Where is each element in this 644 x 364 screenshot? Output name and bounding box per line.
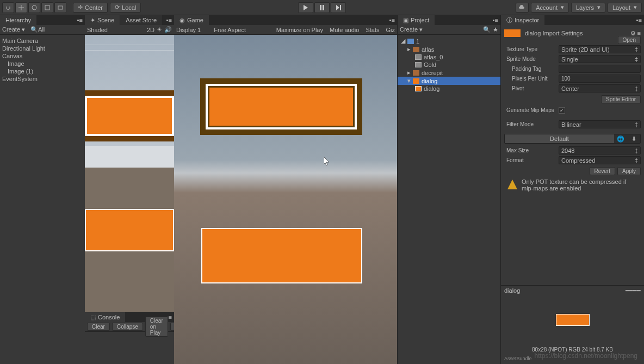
scene-sprite-preview	[85, 209, 174, 251]
maximize-on-play-toggle[interactable]: Maximize on Play	[276, 27, 323, 33]
hierarchy-item[interactable]: Image (1)	[0, 67, 85, 75]
project-item-selected[interactable]: ▾dialog	[398, 77, 500, 85]
rotate-tool[interactable]	[28, 2, 40, 13]
sprite-editor-button[interactable]: Sprite Editor	[601, 95, 641, 103]
playback-controls	[298, 2, 346, 13]
play-button[interactable]	[298, 2, 313, 13]
shading-mode-dropdown[interactable]: Shaded	[87, 27, 108, 33]
project-create-dropdown[interactable]: Create ▾	[400, 26, 423, 33]
project-panel: ▣Project▪≡ Create ▾ 🔍 ★ ◢1 ▸atlas atlas_…	[397, 15, 500, 364]
scene-panel: ✦Scene Asset Store ▪≡ Shaded 2D ☀ 🔊	[85, 15, 174, 364]
hierarchy-item[interactable]: EventSystem	[0, 75, 85, 83]
layout-dropdown[interactable]: Layout▾	[608, 3, 642, 13]
hierarchy-item[interactable]: Canvas	[0, 52, 85, 60]
ppu-input[interactable]: 100	[559, 75, 641, 83]
prop-label: Format	[504, 157, 559, 163]
scene-2d-toggle[interactable]: 2D	[147, 27, 154, 33]
platform-web-tab[interactable]: 🌐	[614, 134, 627, 143]
hierarchy-item[interactable]: Main Camera	[0, 37, 85, 45]
panel-menu-icon[interactable]: ▪≡	[636, 17, 642, 23]
project-tree: ◢1 ▸atlas atlas_0 Gold ▸decrepit ▾dialog…	[398, 35, 500, 95]
game-sprite-1	[200, 78, 362, 135]
preview-title: dialog	[504, 287, 520, 294]
console-clear-on-play-button[interactable]: Clear on Play	[145, 317, 168, 337]
filter-mode-dropdown[interactable]: Bilinear‡	[559, 120, 641, 128]
sprite-mode-dropdown[interactable]: Single‡	[559, 55, 641, 63]
format-dropdown[interactable]: Compressed‡	[559, 156, 641, 164]
project-root[interactable]: ◢1	[398, 37, 500, 45]
move-tool[interactable]	[15, 2, 27, 13]
project-item[interactable]: ▸decrepit	[398, 69, 500, 77]
hierarchy-panel: Hierarchy▪≡ Create ▾ 🔍All Main Camera Di…	[0, 15, 85, 364]
game-tab[interactable]: ◉Game	[174, 15, 209, 25]
topbar-right: Account▾ Layers▾ Layout▾	[516, 3, 642, 13]
project-item[interactable]: dialog	[398, 85, 500, 92]
project-search-icon[interactable]: 🔍	[483, 26, 491, 33]
console-tab[interactable]: ⬚Console	[85, 312, 126, 322]
panel-menu-icon[interactable]: ▪≡	[166, 17, 172, 23]
scale-tool[interactable]	[41, 2, 53, 13]
console-panel: ⬚Console▪≡ Clear Collapse Clear on Play …	[85, 312, 174, 364]
pivot-center-toggle[interactable]: ✛Center	[73, 3, 108, 13]
asset-store-tab[interactable]: Asset Store	[120, 15, 163, 25]
hierarchy-item[interactable]: Directional Light	[0, 45, 85, 52]
prop-label: Sprite Mode	[504, 56, 559, 62]
top-toolbar: ✛Center ⟳Local Account▾ Layers▾ Layout▾	[0, 0, 644, 15]
scene-audio-icon[interactable]: 🔊	[164, 26, 172, 33]
step-button[interactable]	[331, 2, 346, 13]
texture-type-dropdown[interactable]: Sprite (2D and UI)‡	[559, 45, 641, 53]
project-item[interactable]: atlas_0	[398, 53, 500, 61]
game-display-dropdown[interactable]: Display 1	[176, 27, 201, 33]
hierarchy-filter[interactable]: 🔍All	[30, 26, 45, 33]
warning-icon	[507, 180, 517, 189]
panel-menu-icon[interactable]: ▪≡	[77, 17, 83, 23]
local-global-toggle[interactable]: ⟳Local	[110, 3, 141, 13]
cloud-icon[interactable]	[516, 3, 529, 13]
open-button[interactable]: Open	[618, 36, 641, 44]
mipmaps-checkbox[interactable]	[559, 107, 565, 114]
hierarchy-item[interactable]: Image	[0, 60, 85, 67]
scene-tab[interactable]: ✦Scene	[85, 15, 120, 25]
game-panel: ◉Game▪≡ Display 1 Free Aspect Maximize o…	[174, 15, 397, 364]
gizmos-toggle[interactable]: Giz	[386, 27, 395, 33]
account-dropdown[interactable]: Account▾	[531, 3, 569, 13]
apply-button[interactable]: Apply	[617, 167, 641, 175]
prop-label: Max Size	[504, 147, 559, 153]
game-aspect-dropdown[interactable]: Free Aspect	[214, 27, 246, 33]
warning-message: Only POT texture can be compressed if mi…	[504, 175, 641, 195]
mute-audio-toggle[interactable]: Mute audio	[330, 27, 359, 33]
layers-dropdown[interactable]: Layers▾	[571, 3, 605, 13]
transform-tools	[2, 2, 66, 13]
game-viewport[interactable]	[174, 35, 397, 364]
asset-swatch-icon	[504, 29, 521, 37]
panel-menu-icon[interactable]: ▪≡	[493, 17, 498, 23]
stats-toggle[interactable]: Stats	[366, 27, 379, 33]
pause-button[interactable]	[314, 2, 330, 13]
hierarchy-tab[interactable]: Hierarchy	[0, 15, 37, 25]
pivot-dropdown[interactable]: Center‡	[559, 84, 641, 92]
game-sprite-2	[201, 228, 362, 283]
prop-label: Filter Mode	[504, 121, 559, 127]
scene-sprite-preview	[85, 96, 174, 136]
prop-label: Packing Tag	[504, 66, 559, 72]
rect-tool[interactable]	[54, 2, 66, 13]
panel-menu-icon[interactable]: ▪≡	[389, 17, 395, 23]
platform-default-tab[interactable]: Default	[505, 134, 614, 143]
project-item[interactable]: Gold	[398, 61, 500, 69]
max-size-dropdown[interactable]: 2048‡	[559, 146, 641, 155]
hierarchy-create-dropdown[interactable]: Create ▾	[2, 26, 25, 33]
scene-light-icon[interactable]: ☀	[157, 26, 162, 33]
project-item[interactable]: ▸atlas	[398, 45, 500, 53]
hand-tool[interactable]	[2, 2, 14, 13]
revert-button[interactable]: Revert	[590, 167, 615, 175]
inspector-tab[interactable]: ⓘInspector	[501, 15, 545, 25]
main-area: Hierarchy▪≡ Create ▾ 🔍All Main Camera Di…	[0, 15, 644, 364]
console-clear-button[interactable]: Clear	[87, 323, 110, 331]
scene-viewport[interactable]	[85, 35, 174, 312]
platform-standalone-tab[interactable]: ⬇	[627, 134, 640, 143]
project-tab[interactable]: ▣Project	[398, 15, 435, 25]
console-collapse-button[interactable]: Collapse	[112, 323, 143, 331]
packing-tag-input[interactable]	[559, 65, 641, 73]
project-filter-icon[interactable]: ★	[493, 26, 498, 33]
mouse-cursor-icon	[324, 157, 330, 166]
